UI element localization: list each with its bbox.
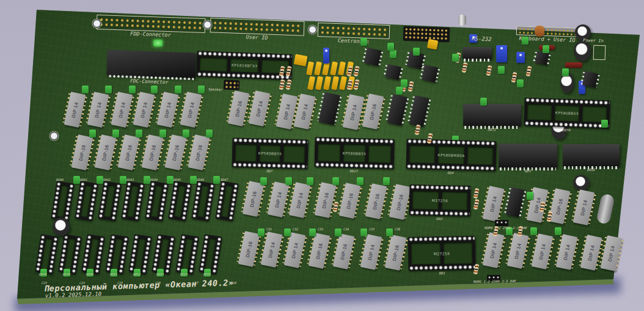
silk-text: C33 bbox=[318, 227, 323, 231]
ic-chip-black bbox=[409, 95, 429, 127]
capacitor-ceramic bbox=[522, 37, 529, 45]
resistor bbox=[486, 65, 492, 76]
socket-window bbox=[57, 185, 68, 217]
socket-window bbox=[174, 185, 186, 217]
component-label: DIP 14 bbox=[300, 103, 309, 120]
capacitor-ceramic bbox=[387, 43, 394, 51]
capacitor-ceramic bbox=[183, 130, 189, 137]
component-label: DIP 14 bbox=[489, 242, 497, 258]
socket-windows bbox=[111, 238, 123, 270]
socket-window bbox=[221, 185, 233, 217]
socket-window bbox=[284, 145, 305, 163]
ic-chip-black: DD3 bbox=[499, 144, 557, 168]
silk-text: C27 bbox=[193, 281, 199, 285]
capacitor-ceramic bbox=[112, 130, 119, 137]
dip-chip: DIP 14 bbox=[507, 233, 529, 269]
socket-windows bbox=[174, 185, 186, 217]
socket-window bbox=[467, 147, 493, 165]
capacitor-ceramic bbox=[335, 229, 342, 236]
silk-text: C32 bbox=[293, 227, 298, 231]
dip-chip: DIP-16 bbox=[309, 233, 331, 269]
capacitor-ceramic bbox=[73, 176, 80, 184]
mounting-hole bbox=[49, 131, 59, 141]
component-label: DIP 14 bbox=[255, 100, 263, 117]
socket-window bbox=[368, 145, 391, 163]
dip-chip: DIP-16 bbox=[385, 235, 407, 271]
capacitor-ceramic bbox=[498, 66, 505, 74]
capacitor-ceramic bbox=[97, 176, 103, 184]
component-label: FDD-Connector bbox=[130, 31, 171, 38]
dip-chip: DIP-16 bbox=[188, 134, 210, 170]
socket-windows bbox=[158, 238, 169, 270]
silk-text: DD52 bbox=[133, 273, 141, 276]
dip-chip: DIP 14 bbox=[556, 234, 578, 270]
socket-window bbox=[205, 238, 216, 270]
capacitor-ceramic bbox=[206, 130, 213, 137]
mounting-hole bbox=[307, 24, 318, 35]
socket-windows bbox=[235, 144, 306, 163]
dip-chip: DIP 14 bbox=[261, 232, 283, 268]
capacitor-ceramic bbox=[175, 86, 181, 93]
socket-windows bbox=[197, 185, 209, 217]
board-connector bbox=[106, 49, 196, 78]
mounting-hole bbox=[92, 18, 102, 29]
socket-windows bbox=[318, 143, 392, 163]
component-label: DIP-16 bbox=[148, 144, 156, 161]
silk-text: C34 bbox=[343, 227, 349, 231]
component-label: DIP-16 bbox=[555, 198, 563, 215]
socket-window bbox=[181, 238, 193, 270]
silk-text: DD41 bbox=[80, 178, 87, 181]
silk-text: DD46 bbox=[197, 178, 204, 181]
socket-windows bbox=[221, 185, 233, 217]
components-layer: Персональный компьютер «Океан 240.2» v1.… bbox=[0, 0, 644, 311]
trimmer-pot bbox=[496, 45, 507, 62]
component-label: DIP 14 bbox=[282, 103, 291, 120]
pin-connector: User IO bbox=[210, 18, 305, 35]
capacitor-ceramic bbox=[258, 229, 265, 236]
component-label: DIP-16 bbox=[124, 144, 133, 161]
capacitor-film bbox=[338, 61, 346, 75]
ram-socket bbox=[81, 234, 104, 274]
board-version: v1.0.2 2025.12.10 bbox=[45, 291, 101, 299]
ref-label: DD17 bbox=[350, 169, 358, 173]
capacitor-ceramic bbox=[285, 177, 292, 185]
metal-can bbox=[458, 15, 466, 26]
resistor bbox=[353, 65, 359, 76]
component-label: DIP 14 bbox=[607, 245, 615, 262]
silk-text: Speaker bbox=[208, 87, 222, 92]
dip-chip: DIP-16 bbox=[549, 188, 571, 224]
3d-viewport[interactable]: Персональный компьютер «Океан 240.2» v1.… bbox=[0, 0, 644, 311]
capacitor-film bbox=[339, 76, 347, 90]
dip-chip: DIP 14 bbox=[268, 181, 290, 218]
silk-text: DD50 bbox=[86, 273, 93, 276]
trimmer-pot bbox=[516, 52, 525, 63]
resistor bbox=[525, 65, 532, 76]
ic-chip-black bbox=[364, 48, 382, 66]
component-label: DIP 14 bbox=[267, 241, 276, 258]
socket-window bbox=[158, 238, 169, 270]
resistor bbox=[279, 79, 285, 90]
ic-chip-black bbox=[422, 65, 439, 82]
silk-text: C36 bbox=[395, 227, 400, 231]
socket-window bbox=[259, 145, 280, 163]
capacitor-ceramic bbox=[136, 130, 142, 137]
socket-window bbox=[409, 145, 436, 163]
silk-text: FDC-Connector bbox=[130, 78, 169, 85]
socket-windows bbox=[412, 191, 468, 210]
dip-chip: DIP 14 bbox=[483, 232, 505, 268]
socket-window bbox=[64, 238, 76, 270]
socket-window bbox=[235, 144, 257, 162]
ic-chip-black bbox=[463, 47, 492, 59]
ram-socket bbox=[191, 181, 214, 221]
ram-socket bbox=[98, 181, 121, 221]
capacitor-ceramic bbox=[190, 176, 197, 184]
ref-label: DD4 bbox=[448, 171, 454, 175]
socket-windows bbox=[200, 57, 290, 73]
ram-socket bbox=[199, 234, 222, 274]
socket-window bbox=[200, 57, 228, 71]
ref-label: DD7 bbox=[266, 169, 273, 173]
bcap bbox=[565, 62, 582, 68]
silk-text: DD55 bbox=[203, 273, 211, 276]
ic-chip-black bbox=[385, 64, 401, 80]
component-label: DIP 14 bbox=[295, 192, 304, 208]
